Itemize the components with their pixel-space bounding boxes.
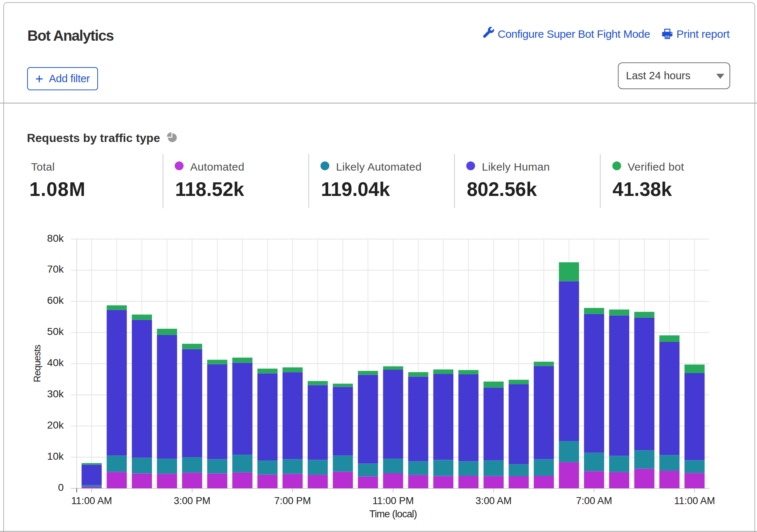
svg-text:Requests: Requests <box>32 345 43 382</box>
svg-text:20k: 20k <box>47 419 64 431</box>
svg-text:Time (local): Time (local) <box>369 509 417 520</box>
svg-text:11:00 PM: 11:00 PM <box>372 495 414 506</box>
svg-text:30k: 30k <box>47 388 64 400</box>
svg-text:70k: 70k <box>47 263 64 275</box>
svg-text:11:00 AM: 11:00 AM <box>674 495 715 506</box>
svg-text:7:00 AM: 7:00 AM <box>576 495 612 506</box>
svg-text:7:00 PM: 7:00 PM <box>274 495 311 506</box>
svg-text:60k: 60k <box>47 295 64 306</box>
svg-text:11:00 AM: 11:00 AM <box>71 495 112 506</box>
svg-text:0: 0 <box>58 482 64 493</box>
svg-text:40k: 40k <box>47 357 64 368</box>
svg-text:3:00 AM: 3:00 AM <box>475 495 511 506</box>
svg-text:3:00 PM: 3:00 PM <box>174 495 210 506</box>
svg-text:10k: 10k <box>47 451 64 462</box>
svg-text:50k: 50k <box>47 326 64 337</box>
svg-text:80k: 80k <box>47 233 64 244</box>
